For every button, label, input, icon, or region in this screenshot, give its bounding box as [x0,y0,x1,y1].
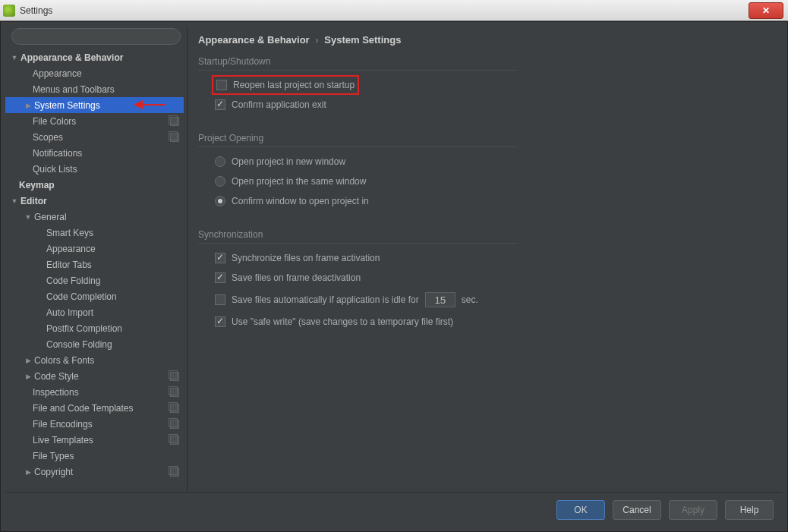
tree-item-label: Live Templates [33,435,167,445]
tree-item-notifications[interactable]: Notifications [5,145,184,161]
cancel-button[interactable]: Cancel [613,500,661,520]
tree-item-label: Keymap [19,180,179,190]
copy-profile-icon [170,133,179,142]
copy-profile-icon [170,372,179,381]
tree-item-system-settings[interactable]: ▶System Settings [5,97,184,113]
chevron-down-icon: ▼ [24,213,33,221]
search-input[interactable] [11,28,181,45]
tree-item-label: File Colors [33,116,167,127]
tree-item-label: Code Style [34,371,167,382]
breadcrumb: Appearance & Behavior › System Settings [198,30,772,56]
tree-item-editor-tabs[interactable]: Editor Tabs [5,257,184,272]
checkbox-safe-write[interactable] [215,316,225,327]
tree-item-label: Editor Tabs [46,260,179,270]
idle-seconds-input[interactable] [425,292,455,307]
tree-item-label: Appearance & Behavior [20,52,179,63]
tree-item-label: Colors & Fonts [34,355,179,366]
tree-item-smart-keys[interactable]: Smart Keys [5,225,184,241]
chevron-down-icon: ▼ [10,54,19,61]
tree-item-label: File Types [33,451,179,461]
tree-item-console-folding[interactable]: Console Folding [5,336,184,352]
settings-tree[interactable]: ▼Appearance & BehaviorAppearanceMenus an… [5,49,187,492]
checkbox-label-post: sec. [462,294,478,305]
checkbox-save-on-deactivation[interactable] [215,272,225,283]
section-title: Startup/Shutdown [198,56,517,71]
checkbox-label: Save files on frame deactivation [232,272,361,283]
tree-item-label: Scopes [33,132,167,143]
tree-item-postfix-completion[interactable]: Postfix Completion [5,320,184,336]
copy-profile-icon [170,467,179,477]
tree-item-label: Appearance [46,244,179,254]
app-icon [3,5,15,17]
tree-item-live-templates[interactable]: Live Templates [5,432,184,448]
titlebar: Settings ✕ [0,0,788,21]
ok-button[interactable]: OK [556,500,605,520]
checkbox-reopen-last-project[interactable] [216,80,227,90]
window-title: Settings [20,5,52,16]
chevron-right-icon: ▶ [24,102,33,109]
tree-item-label: Console Folding [46,339,179,350]
tree-item-inspections[interactable]: Inspections [5,384,184,400]
tree-item-label: Code Folding [46,275,179,286]
tree-item-appearance[interactable]: Appearance [5,65,184,81]
breadcrumb-current: System Settings [324,34,401,46]
section-project-opening: Project Opening Open project in new wind… [198,133,517,211]
tree-item-quick-lists[interactable]: Quick Lists [5,161,184,177]
copy-profile-icon [170,436,179,445]
settings-content: Appearance & Behavior › System Settings … [188,27,783,492]
tree-item-label: Menus and Toolbars [33,84,179,95]
tree-item-label: Appearance [33,68,179,79]
tree-item-code-completion[interactable]: Code Completion [5,288,184,304]
radio-label: Open project in new window [232,156,345,167]
tree-item-label: Smart Keys [46,228,179,238]
copy-profile-icon [170,117,179,126]
tree-item-label: System Settings [34,100,179,111]
checkbox-confirm-exit[interactable] [215,99,225,110]
tree-item-copyright[interactable]: ▶Copyright [5,464,184,480]
settings-dialog: ▼Appearance & BehaviorAppearanceMenus an… [0,21,788,532]
tree-item-keymap[interactable]: Keymap [5,177,184,193]
tree-item-menus-and-toolbars[interactable]: Menus and Toolbars [5,81,184,97]
tree-item-label: General [34,212,179,222]
tree-item-colors-fonts[interactable]: ▶Colors & Fonts [5,352,184,368]
radio-confirm-window[interactable] [215,196,225,206]
tree-item-appearance[interactable]: Appearance [5,241,184,257]
chevron-down-icon: ▼ [10,197,19,205]
copy-profile-icon [170,404,179,413]
chevron-right-icon: ▶ [24,373,33,380]
tree-item-file-colors[interactable]: File Colors [5,113,184,129]
tree-item-code-folding[interactable]: Code Folding [5,272,184,288]
tree-item-label: Quick Lists [33,164,179,175]
tree-item-file-and-code-templates[interactable]: File and Code Templates [5,400,184,416]
radio-open-new-window[interactable] [215,156,225,167]
tree-item-scopes[interactable]: Scopes [5,129,184,145]
checkbox-save-idle[interactable] [215,294,225,305]
dialog-footer: OK Cancel Apply Help [5,492,783,527]
checkbox-label: Synchronize files on frame activation [232,253,380,263]
tree-item-file-encodings[interactable]: File Encodings [5,416,184,432]
tree-item-general[interactable]: ▼General [5,209,184,225]
window-close-button[interactable]: ✕ [749,2,783,19]
section-synchronization: Synchronization Synchronize files on fra… [198,229,517,332]
tree-item-auto-import[interactable]: Auto Import [5,304,184,320]
tree-item-label: Editor [20,196,179,206]
tree-item-editor[interactable]: ▼Editor [5,193,184,209]
tree-item-label: Copyright [34,467,167,477]
help-button[interactable]: Help [725,500,774,520]
checkbox-sync-on-activation[interactable] [215,253,225,263]
radio-label: Open project in the same window [232,176,366,187]
copy-profile-icon [170,388,179,397]
tree-item-label: Postfix Completion [46,323,179,334]
tree-item-label: File and Code Templates [33,403,167,414]
tree-item-file-types[interactable]: File Types [5,448,184,464]
checkbox-label: Reopen last project on startup [233,80,355,90]
tree-item-label: Code Completion [46,291,179,302]
tree-item-appearance-behavior[interactable]: ▼Appearance & Behavior [5,49,184,65]
radio-open-same-window[interactable] [215,176,225,187]
apply-button[interactable]: Apply [669,500,717,520]
section-startup-shutdown: Startup/Shutdown Reopen last project on … [198,56,517,115]
section-title: Project Opening [198,133,517,147]
highlighted-option: Reopen last project on startup [212,75,359,95]
breadcrumb-parent: Appearance & Behavior [198,34,310,46]
tree-item-code-style[interactable]: ▶Code Style [5,368,184,384]
